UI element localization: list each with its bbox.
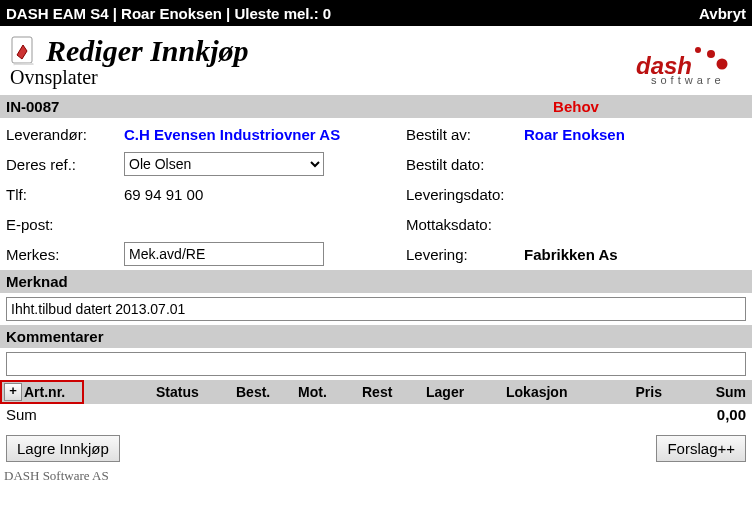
delivery-date-label: Leveringsdato: xyxy=(406,186,524,203)
cancel-button[interactable]: Avbryt xyxy=(699,5,746,22)
their-ref-select[interactable]: Ole Olsen xyxy=(124,152,324,176)
top-bar: DASH EAM S4 | Roar Enoksen | Uleste mel.… xyxy=(0,0,752,26)
col-mot: Mot. xyxy=(298,384,362,400)
ordered-date-label: Bestilt dato: xyxy=(406,156,524,173)
document-icon xyxy=(8,35,40,67)
page-subtitle: Ovnsplater xyxy=(10,66,249,89)
col-sum: Sum xyxy=(662,384,746,400)
received-date-label: Mottaksdato: xyxy=(406,216,524,233)
svg-text:software: software xyxy=(651,74,725,86)
topbar-title: DASH EAM S4 | Roar Enoksen | Uleste mel.… xyxy=(6,5,331,22)
marked-input[interactable] xyxy=(124,242,324,266)
ordered-by-link[interactable]: Roar Enoksen xyxy=(524,126,625,143)
suggest-button[interactable]: Forslag++ xyxy=(656,435,746,462)
sum-row: Sum 0,00 xyxy=(0,404,752,425)
note-input[interactable] xyxy=(6,297,746,321)
info-body: Leverandør: C.H Evensen Industriovner AS… xyxy=(0,118,752,270)
footer-buttons: Lagre Innkjøp Forslag++ xyxy=(0,425,752,468)
dash-logo: dash software xyxy=(618,40,738,91)
svg-point-3 xyxy=(717,59,728,70)
comments-header: Kommentarer xyxy=(0,325,752,348)
col-pris: Pris xyxy=(606,384,662,400)
supplier-link[interactable]: C.H Evensen Industriovner AS xyxy=(124,126,340,143)
comments-input[interactable] xyxy=(6,352,746,376)
col-rest: Rest xyxy=(362,384,426,400)
sum-value: 0,00 xyxy=(717,406,746,423)
col-artnr: Art.nr. xyxy=(24,384,65,400)
col-lager: Lager xyxy=(426,384,506,400)
purchase-id: IN-0087 xyxy=(0,95,400,118)
supplier-label: Leverandør: xyxy=(6,126,124,143)
phone-value: 69 94 91 00 xyxy=(124,186,203,203)
save-button[interactable]: Lagre Innkjøp xyxy=(6,435,120,462)
marked-label: Merkes: xyxy=(6,246,124,263)
note-header: Merknad xyxy=(0,270,752,293)
col-status: Status xyxy=(156,384,236,400)
svg-point-1 xyxy=(695,47,701,53)
footer-company: DASH Software AS xyxy=(0,468,752,488)
col-best: Best. xyxy=(236,384,298,400)
ordered-by-label: Bestilt av: xyxy=(406,126,524,143)
line-table-header: + Art.nr. Status Best. Mot. Rest Lager L… xyxy=(0,380,752,404)
add-artnr-cell: + Art.nr. xyxy=(0,380,84,404)
delivery-value: Fabrikken As xyxy=(524,246,618,263)
title-bar: Rediger Innkjøp Ovnsplater dash software xyxy=(0,26,752,95)
add-line-button[interactable]: + xyxy=(4,383,22,401)
phone-label: Tlf: xyxy=(6,186,124,203)
delivery-label: Levering: xyxy=(406,246,524,263)
page-title: Rediger Innkjøp xyxy=(46,34,249,68)
svg-point-2 xyxy=(707,50,715,58)
purchase-status: Behov xyxy=(400,95,752,118)
sum-label: Sum xyxy=(6,406,37,423)
their-ref-label: Deres ref.: xyxy=(6,156,124,173)
email-label: E-post: xyxy=(6,216,124,233)
col-lokasjon: Lokasjon xyxy=(506,384,606,400)
info-header: IN-0087 Behov xyxy=(0,95,752,118)
